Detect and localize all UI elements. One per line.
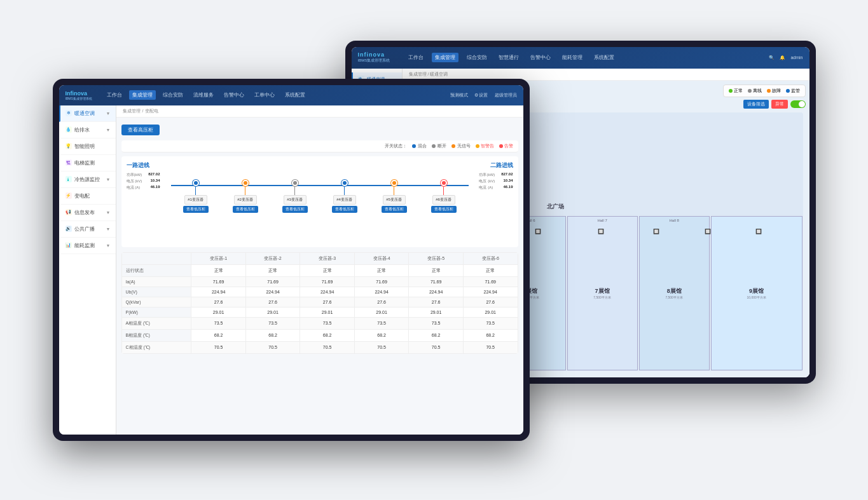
back-nav-security[interactable]: 综合安防 [464, 53, 490, 62]
right-stats-block: 功率(kW) 827.02 电压 (kV) 10.34 电流 (A) [479, 172, 513, 191]
map-toggle[interactable] [790, 100, 806, 108]
back-nav-energy[interactable]: 能耗管理 [559, 53, 586, 62]
node-group-4: #4变压器 查看低压柜 [332, 180, 357, 213]
table-header-t6: 变压器-6 [463, 252, 518, 264]
front-action-admin[interactable]: 超级管理员 [495, 92, 517, 98]
front-nav-workbench[interactable]: 工作台 [104, 90, 125, 100]
back-nav-integrated[interactable]: 集成管理 [432, 53, 458, 62]
right-stat-current-value: 46.19 [503, 185, 513, 191]
front-tablet-screen: Infinova IBMS集成管理系统 工作台 集成管理 综合安防 流维服务 告… [59, 85, 523, 435]
row-t4-tempa: 73.5 [354, 317, 409, 329]
left-stat-current: 电流 (A) 46.19 [127, 185, 160, 191]
front-sidebar-label-energy: 能耗监测 [74, 242, 95, 249]
front-logo: Infinova IBMS集成管理系统 [65, 90, 92, 100]
table-row-p: P(kW) 29.01 29.01 29.01 29.01 29.01 29.0… [121, 307, 518, 317]
row-label-q: Q(kVar) [121, 297, 191, 307]
front-sidebar-water[interactable]: 💧 给排水 ▼ [59, 122, 116, 139]
back-nav-workbench[interactable]: 工作台 [405, 53, 427, 62]
front-sidebar-info[interactable]: 📢 信息发布 ▼ [59, 205, 116, 221]
status-bar: 开关状态： 混合 断开 无信号 [121, 140, 518, 152]
back-icon-search[interactable]: 🔍 [769, 55, 775, 60]
status-alarm: 告警 [499, 143, 513, 149]
front-nav-integrated[interactable]: 集成管理 [129, 90, 156, 100]
right-stat-voltage-label: 电压 (kV) [479, 179, 495, 184]
front-sidebar-broad[interactable]: 🔊 公共广播 ▼ [59, 221, 116, 238]
table-row-tempc: C相温度 (℃) 70.5 70.5 70.5 70.5 70.5 70.5 [121, 341, 518, 353]
status-dot-mixed [412, 144, 416, 148]
query-high-voltage-btn[interactable]: 查看高压柜 [121, 125, 160, 135]
row-t3-ia: 71.69 [300, 276, 355, 287]
row-label-tempb: B相温度 (℃) [121, 329, 191, 341]
front-nav-security[interactable]: 综合安防 [160, 90, 186, 100]
node-vline-3 [294, 186, 295, 195]
right-stat-power: 功率(kW) 827.02 [479, 172, 513, 178]
back-logo: Infinova IBMS集成管理系统 [358, 51, 390, 64]
row-label-ia: Ia(A) [121, 276, 191, 287]
row-t6-p: 29.01 [463, 307, 518, 317]
front-sidebar-icon-water: 💧 [65, 126, 72, 133]
node-group-3: #3变压器 查看低压柜 [282, 180, 308, 213]
front-header: Infinova IBMS集成管理系统 工作台 集成管理 综合安防 流维服务 告… [59, 85, 523, 105]
back-icon-bell[interactable]: 🔔 [780, 55, 785, 60]
front-nav-config[interactable]: 系统配置 [282, 90, 308, 100]
right-stat-power-label: 功率(kW) [479, 172, 495, 178]
trans-btn-3[interactable]: 查看低压柜 [282, 206, 308, 213]
hall8-main: 8展馆 [667, 287, 682, 295]
front-sidebar-energy[interactable]: 📊 能耗监测 ▼ [59, 238, 116, 254]
table-header-t5: 变压器-5 [409, 252, 464, 264]
front-sidebar-chevron-energy: ▼ [106, 243, 111, 248]
trans-btn-2[interactable]: 查看低压柜 [233, 206, 258, 213]
front-action-settings[interactable]: ⚙ 设置 [474, 92, 488, 98]
map-anomaly-btn[interactable]: 异常 [771, 100, 788, 109]
row-t6-tempa: 73.5 [463, 317, 518, 329]
row-t4-tempc: 70.5 [354, 341, 409, 353]
row-t1-ia: 71.69 [191, 276, 246, 287]
front-nav-alarm[interactable]: 告警中心 [221, 90, 247, 100]
hall9-block: 9展馆 10,000平方米 [711, 216, 803, 370]
node-vline-4 [344, 186, 345, 195]
front-sidebar-label-hvac: 暖通空调 [74, 110, 95, 117]
row-t4-p: 29.01 [354, 307, 409, 317]
row-t2-tempa: 73.5 [245, 317, 300, 329]
trans-box-3: #3变压器 [284, 195, 307, 205]
line2-label[interactable]: 二路进线 [490, 161, 513, 170]
row-label-tempc: C相温度 (℃) [121, 341, 191, 353]
front-sidebar-power[interactable]: ⚡ 变电配 [59, 188, 116, 205]
status-dot-open [432, 144, 436, 148]
trans-box-5: #5变压器 [383, 195, 406, 205]
front-sidebar-hvac[interactable]: ❄ 暖通空调 ▼ [59, 105, 116, 122]
front-sidebar-info-left: 📢 信息发布 [65, 209, 95, 216]
trans-btn-4[interactable]: 查看低压柜 [332, 206, 357, 213]
front-sidebar-cool[interactable]: 🌡 冷热源监控 ▼ [59, 172, 116, 188]
row-t3-q: 27.6 [300, 297, 355, 307]
row-t5-status: 正常 [409, 264, 464, 276]
back-nav-alarm[interactable]: 告警中心 [527, 53, 554, 62]
hall8-area: 7,500平方米 [665, 295, 683, 299]
front-nav-workorder[interactable]: 工单中心 [251, 90, 278, 100]
front-main: 集成管理 / 变配电 查看高压柜 开关状态： 混合 [116, 105, 523, 435]
hall8-block: Hall 8 8展馆 7,500平方米 [639, 216, 710, 370]
front-action-predict[interactable]: 预测模式 [450, 92, 468, 98]
front-sidebar-chevron-info: ▼ [106, 210, 111, 215]
back-nav-traffic[interactable]: 智慧通行 [495, 53, 522, 62]
front-sidebar-light[interactable]: 💡 智能照明 [59, 139, 116, 155]
back-nav-config[interactable]: 系统配置 [591, 53, 617, 62]
table-row-q: Q(kVar) 27.6 27.6 27.6 27.6 27.6 27.6 [121, 297, 518, 307]
hall7-top: Hall 7 [597, 219, 607, 222]
dist-header: 一路进线 二路进线 [127, 161, 513, 170]
row-t5-tempc: 70.5 [409, 341, 464, 353]
trans-btn-1[interactable]: 查看低压柜 [183, 206, 209, 213]
row-t5-ub: 224.94 [409, 287, 464, 297]
front-nav-service[interactable]: 流维服务 [190, 90, 217, 100]
row-t6-tempc: 70.5 [463, 341, 518, 353]
line1-label: 一路进线 [127, 161, 149, 170]
map-filter-btn[interactable]: 设备筛选 [743, 100, 769, 109]
trans-btn-6[interactable]: 查看低压柜 [431, 206, 457, 213]
north-plaza-label: 北广场 [547, 203, 564, 211]
front-sidebar-light-left: 💡 智能照明 [65, 143, 95, 150]
front-sidebar-elev[interactable]: 🏗 电梯监测 [59, 155, 116, 172]
row-label-tempa: A相温度 (℃) [121, 317, 191, 329]
trans-btn-5[interactable]: 查看低压柜 [382, 206, 407, 213]
table-header-label [121, 252, 191, 264]
trans-box-1: #1变压器 [184, 195, 207, 205]
